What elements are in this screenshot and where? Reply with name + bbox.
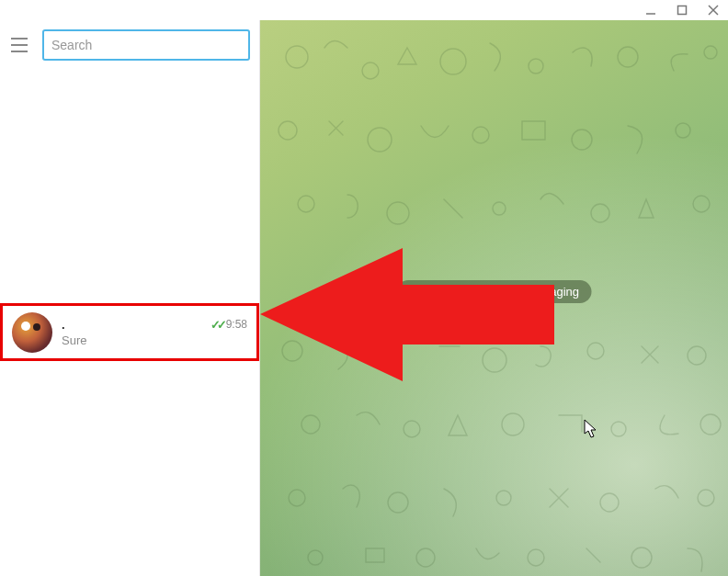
svg-point-10 — [279, 121, 297, 140]
search-input[interactable] — [51, 38, 241, 52]
svg-point-5 — [362, 62, 379, 79]
svg-point-33 — [600, 493, 619, 512]
svg-point-16 — [387, 202, 409, 224]
chat-item[interactable]: . ✓✓ 9:58 Sure — [0, 303, 259, 361]
search-box[interactable] — [42, 29, 250, 61]
svg-point-36 — [416, 548, 435, 567]
svg-point-9 — [704, 46, 717, 59]
sidebar: . ✓✓ 9:58 Sure — [0, 20, 260, 576]
svg-point-29 — [700, 414, 721, 435]
svg-point-23 — [587, 343, 604, 359]
svg-point-35 — [308, 550, 323, 565]
chat-name: . — [62, 318, 65, 332]
chat-time: 9:58 — [226, 318, 247, 331]
svg-point-34 — [698, 490, 714, 506]
svg-point-38 — [631, 548, 652, 568]
svg-point-30 — [289, 490, 305, 506]
read-checks-icon: ✓✓ — [210, 318, 223, 332]
menu-button[interactable] — [9, 34, 31, 56]
svg-point-4 — [286, 46, 308, 68]
svg-point-8 — [618, 47, 638, 67]
close-icon — [708, 5, 719, 16]
content-area: . ✓✓ 9:58 Sure — [0, 20, 728, 576]
svg-point-13 — [572, 130, 592, 150]
maximize-icon — [677, 5, 688, 16]
svg-point-20 — [282, 341, 302, 361]
svg-point-15 — [298, 196, 314, 212]
svg-point-32 — [496, 491, 511, 505]
svg-point-37 — [528, 549, 544, 566]
svg-point-24 — [688, 346, 706, 365]
svg-point-6 — [440, 49, 466, 74]
app-window: . ✓✓ 9:58 Sure — [0, 0, 728, 576]
svg-point-14 — [676, 123, 690, 138]
svg-point-28 — [611, 422, 626, 436]
svg-point-21 — [386, 348, 401, 363]
hamburger-icon — [11, 38, 28, 40]
chat-meta: . ✓✓ 9:58 Sure — [62, 318, 247, 347]
svg-point-11 — [368, 128, 392, 152]
close-button[interactable] — [706, 3, 721, 17]
svg-point-22 — [483, 348, 506, 372]
svg-point-27 — [502, 413, 524, 435]
window-titlebar — [0, 0, 728, 20]
svg-point-18 — [591, 204, 609, 222]
svg-point-12 — [472, 127, 489, 143]
svg-point-17 — [493, 202, 506, 215]
maximize-button[interactable] — [675, 3, 689, 17]
svg-rect-1 — [678, 6, 687, 15]
svg-point-31 — [388, 492, 408, 513]
svg-point-19 — [693, 196, 710, 212]
avatar — [12, 312, 52, 353]
svg-point-7 — [529, 59, 543, 73]
chat-preview: Sure — [62, 333, 247, 347]
chat-panel: Select a chat to start messaging — [260, 20, 728, 576]
empty-state-message: Select a chat to start messaging — [396, 280, 592, 303]
minimize-icon — [645, 5, 656, 16]
minimize-button[interactable] — [643, 3, 658, 17]
svg-point-26 — [404, 421, 420, 437]
svg-point-25 — [301, 415, 320, 434]
sidebar-header — [0, 20, 259, 70]
chat-list: . ✓✓ 9:58 Sure — [0, 70, 259, 576]
